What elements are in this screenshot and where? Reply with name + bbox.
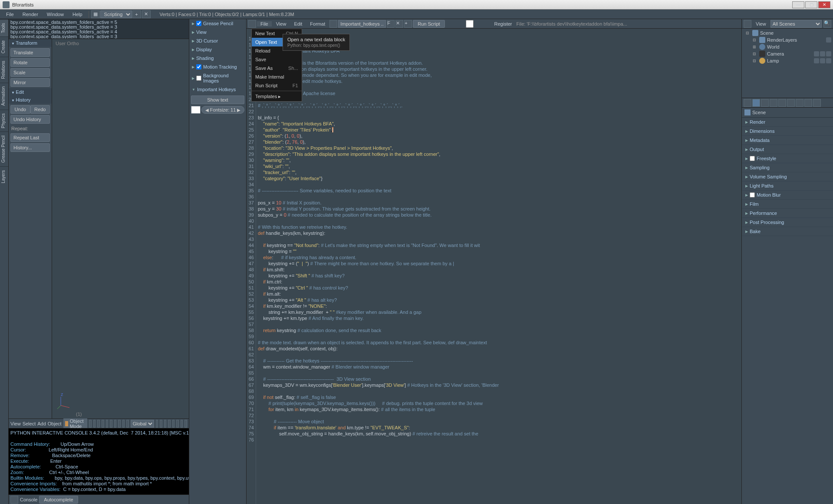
unlock-icon[interactable] — [164, 420, 167, 428]
prop-panel-performance[interactable]: Performance — [742, 209, 833, 218]
console-menu[interactable]: Console — [20, 497, 37, 502]
prop-panel-volume-sampling[interactable]: Volume Sampling — [742, 172, 833, 181]
modifiers-tab-icon[interactable] — [804, 99, 812, 107]
world-tab-icon[interactable] — [778, 99, 786, 107]
editor-menu-format[interactable]: Format — [306, 21, 329, 26]
view-label[interactable]: View — [753, 21, 769, 26]
layers-icon[interactable] — [156, 420, 158, 428]
prop-panel-light-paths[interactable]: Light Paths — [742, 181, 833, 191]
outliner-item-world[interactable]: ⊞World — [743, 43, 832, 50]
maximize-button[interactable]: ▢ — [805, 1, 817, 8]
editor-menu-view[interactable]: View — [273, 21, 290, 26]
panel-edit[interactable]: Edit — [9, 88, 52, 96]
add-text-icon[interactable]: + — [404, 20, 412, 28]
tab-tools[interactable]: Tools — [0, 19, 8, 36]
falloff-icon[interactable] — [172, 420, 175, 428]
tab-grease-pencil[interactable]: Grease Pencil — [0, 132, 8, 166]
panel-grease-pencil[interactable]: Grease Pencil — [189, 19, 246, 28]
remove-layout-icon[interactable]: ✕ — [142, 10, 151, 18]
tab-physics[interactable]: Physics — [0, 109, 8, 132]
console-output[interactable]: PYTHON INTERACTIVE CONSOLE 3.4.2 (defaul… — [9, 428, 189, 494]
prop-panel-output[interactable]: Output — [742, 145, 833, 154]
manipulator-icon[interactable] — [126, 420, 129, 428]
layer2-icon[interactable] — [102, 420, 104, 428]
rotate-button[interactable]: Rotate — [10, 58, 50, 67]
prop-panel-sampling[interactable]: Sampling — [742, 163, 833, 172]
code-editor[interactable]: 9 10 11 12 13 14 15 16 17 18 19 20 21 22… — [247, 29, 741, 504]
panel-motion-tracking[interactable]: Motion Tracking — [189, 63, 246, 71]
panel-transform[interactable]: Transform — [9, 39, 52, 47]
show-text-button[interactable]: Show text — [191, 96, 244, 104]
data-tab-icon[interactable] — [813, 99, 821, 107]
3d-viewport[interactable]: User Ortho z (1) — [52, 39, 189, 418]
scene-tab-icon[interactable] — [770, 99, 777, 107]
render-layers-tab-icon[interactable] — [761, 99, 769, 107]
undo-button[interactable]: Undo — [10, 105, 30, 114]
prop-panel-motion-blur[interactable]: Motion Blur — [742, 191, 833, 200]
object-tab-icon[interactable] — [787, 99, 795, 107]
layout-select[interactable]: Scripting — [100, 10, 132, 18]
prop-panel-film[interactable]: Film — [742, 200, 833, 209]
add-layout-icon[interactable]: + — [132, 10, 141, 18]
vh-add[interactable]: Add — [37, 421, 46, 426]
snap-type-icon[interactable] — [110, 420, 112, 428]
text-name-field[interactable] — [338, 20, 386, 28]
autocomplete-button[interactable]: Autocomplete — [39, 496, 78, 504]
editor-menu-edit[interactable]: Edit — [290, 21, 306, 26]
lock-icon[interactable] — [160, 420, 162, 428]
keyframe-icon[interactable] — [184, 420, 187, 428]
search-icon[interactable]: 🔍 — [823, 20, 831, 28]
text-browse-icon[interactable] — [329, 20, 337, 28]
vh-select[interactable]: Select — [23, 421, 36, 426]
redo-button[interactable]: Redo — [30, 105, 50, 114]
material-icon[interactable] — [118, 420, 121, 428]
editor-menu-file[interactable]: File — [257, 21, 272, 26]
panel-3d-cursor[interactable]: 3D Cursor — [189, 36, 246, 45]
register-checkbox[interactable] — [446, 20, 494, 28]
menu-render[interactable]: Render — [18, 12, 43, 17]
menu-item-save-as[interactable]: Save AsSh... — [252, 64, 302, 72]
prop-type-icon[interactable] — [744, 99, 751, 107]
menu-item-make-internal[interactable]: Make Internal — [252, 72, 302, 81]
prop-panel-post-processing[interactable]: Post Processing — [742, 218, 833, 227]
menu-window[interactable]: Window — [43, 12, 68, 17]
mirror-button[interactable]: Mirror — [10, 78, 50, 87]
tab-animation[interactable]: Animation — [0, 82, 8, 109]
close-button[interactable]: ✕ — [818, 1, 830, 8]
menu-item-save[interactable]: Save — [252, 55, 302, 64]
outliner-item-lamp[interactable]: ⊟Lamp — [743, 57, 832, 64]
render-icon[interactable] — [114, 420, 117, 428]
code-content[interactable]: ... # Name : Important Hotkeys BFA # Des… — [256, 29, 741, 504]
prop-panel-bake[interactable]: Bake — [742, 227, 833, 236]
tab-layers[interactable]: Layers — [0, 166, 8, 187]
layer1-icon[interactable] — [97, 420, 100, 428]
panel-view[interactable]: View — [189, 28, 246, 36]
outliner-filter[interactable]: All Scenes — [770, 20, 822, 28]
tab-relations[interactable]: Relations — [0, 57, 8, 82]
prop-panel-dimensions[interactable]: Dimensions — [742, 127, 833, 136]
panel-display[interactable]: Display — [189, 45, 246, 54]
render-tab-icon[interactable] — [752, 99, 760, 107]
color-swatch[interactable] — [191, 106, 201, 114]
tab-create[interactable]: Create — [0, 36, 8, 57]
history-button[interactable]: History... — [10, 143, 50, 152]
prop-panel-freestyle[interactable]: Freestyle — [742, 154, 833, 163]
orientation-select[interactable]: Global — [131, 420, 154, 428]
panel-shading[interactable]: Shading — [189, 54, 246, 63]
selection-icon[interactable] — [176, 420, 179, 428]
menu-item-run-script[interactable]: Run ScriptF1 — [252, 81, 302, 90]
proportional-icon[interactable] — [168, 420, 171, 428]
minimize-button[interactable]: — — [792, 1, 804, 8]
panel-bg-images[interactable]: Background Images — [189, 71, 246, 85]
panel-history[interactable]: History — [9, 96, 52, 104]
repeat-last-button[interactable]: Repeat Last — [10, 133, 50, 142]
fake-user-icon[interactable]: F — [387, 20, 395, 28]
run-script-button[interactable]: Run Script — [413, 20, 444, 28]
layout-icon[interactable]: ▦ — [91, 10, 100, 18]
menu-item-templates[interactable]: Templates ▸ — [252, 92, 302, 101]
pivot-icon[interactable] — [93, 420, 96, 428]
console-type-icon[interactable] — [10, 496, 18, 504]
menu-help[interactable]: Help — [68, 12, 87, 17]
outliner-item-scene[interactable]: ⊟Scene — [743, 30, 832, 36]
snap-icon[interactable] — [106, 420, 109, 428]
